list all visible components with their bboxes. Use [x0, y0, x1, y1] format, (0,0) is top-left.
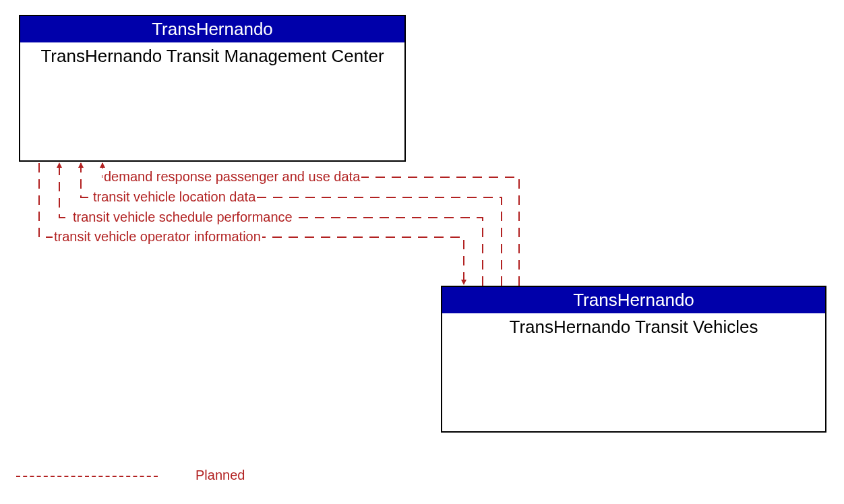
entity-header-bottom: TransHernando: [442, 287, 825, 313]
flow-operator-info: transit vehicle operator information: [53, 229, 262, 245]
legend-line-planned: [16, 476, 158, 477]
flow-demand-response: demand response passenger and use data: [102, 169, 361, 185]
entity-transit-vehicles: TransHernando TransHernando Transit Vehi…: [441, 286, 826, 433]
entity-label-bottom: TransHernando Transit Vehicles: [442, 313, 825, 341]
flow-schedule-performance: transit vehicle schedule performance: [71, 210, 294, 225]
entity-header-top: TransHernando: [20, 16, 404, 42]
flow-location-data: transit vehicle location data: [92, 189, 257, 205]
legend-label-planned: Planned: [195, 468, 245, 483]
entity-label-top: TransHernando Transit Management Center: [20, 42, 404, 70]
entity-management-center: TransHernando TransHernando Transit Mana…: [19, 15, 406, 162]
